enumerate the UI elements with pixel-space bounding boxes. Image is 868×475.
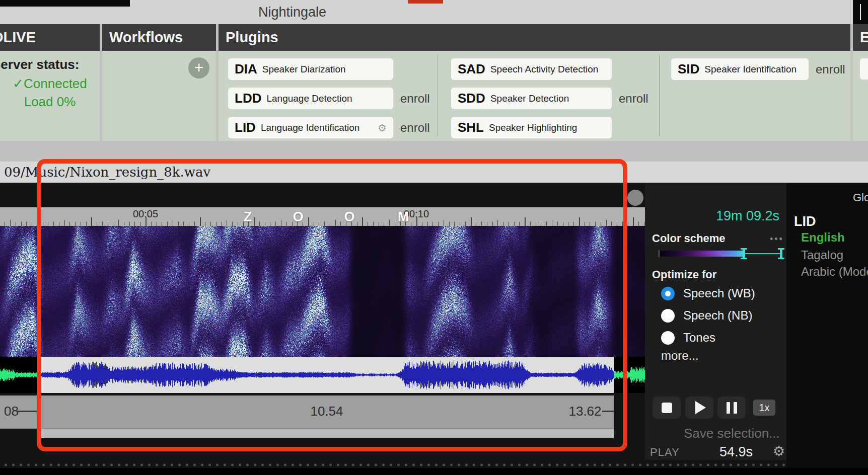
tab-workflows[interactable]: Workflows (102, 24, 216, 51)
tab-enrollment-cut[interactable]: E (853, 24, 868, 51)
stop-button[interactable] (653, 397, 681, 419)
selection-left-dash (17, 411, 41, 412)
plugin-row: SHL Speaker Highlighting (451, 117, 648, 138)
ruler-tick (200, 217, 201, 226)
ruler-tick (557, 222, 558, 226)
language-item-tagalog[interactable]: Tagalog (801, 248, 843, 262)
waveform-canvas[interactable] (0, 357, 645, 393)
plugin-row: SAD Speech Activity Detection (451, 58, 648, 80)
ruler-tick (108, 222, 108, 226)
enroll-link[interactable]: enroll (816, 62, 845, 76)
ruler-tick (611, 222, 612, 226)
slider-grip-left[interactable] (743, 248, 745, 259)
ruler-tick (438, 222, 439, 226)
ruler-tick (330, 222, 330, 226)
ruler-tick (324, 222, 325, 226)
radio-label: Speech (WB) (683, 286, 755, 300)
ruler-tick (579, 217, 580, 226)
ruler-tick (449, 222, 450, 226)
ruler-tick (53, 222, 54, 226)
ruler-tick (270, 222, 270, 226)
enroll-link[interactable]: enroll (400, 121, 430, 135)
ruler-tick (194, 222, 195, 226)
selection-start-time: 10.54 (310, 404, 343, 419)
radio-circle[interactable] (661, 287, 675, 300)
ruler-tick (601, 222, 601, 226)
file-path-bar: 09/Music/Nixon_resign_8k.wav (0, 162, 868, 183)
enroll-link[interactable]: enroll (619, 92, 648, 106)
gear-icon[interactable]: ⚙ (378, 122, 387, 134)
tab-plugins[interactable]: Plugins (219, 24, 850, 51)
ruler-tick (606, 220, 607, 226)
selection-scroll-strip[interactable] (41, 429, 614, 438)
save-selection-button[interactable]: Save selection... (684, 426, 780, 441)
settings-gear-icon[interactable]: ⚙ (773, 443, 785, 459)
ruler-tick (183, 222, 184, 226)
plugins-column-1: DIA Speaker Diarization LDD Language Det… (228, 58, 430, 138)
timeline-ruler[interactable]: 00:0500:10ZOOM (0, 207, 645, 226)
plugin-lid-button[interactable]: LID Language Identification ⚙ (228, 117, 393, 138)
plugin-sdd-button[interactable]: SDD Speaker Detection (451, 88, 612, 109)
plugin-row: SDD Speaker Detection enroll (451, 88, 648, 109)
slider-grip-right[interactable] (780, 248, 782, 259)
plugin-sad-button[interactable]: SAD Speech Activity Detection (451, 58, 612, 80)
ruler-tick (530, 222, 531, 226)
plugins-divider (438, 55, 438, 136)
play-status-label: PLAY (650, 446, 680, 459)
plugin-name: Speaker Highlighting (489, 122, 577, 133)
ruler-tick (205, 222, 205, 226)
ruler-tick (178, 222, 179, 226)
ruler-tick (265, 222, 265, 226)
spectrogram-canvas[interactable] (0, 226, 645, 357)
language-item-english[interactable]: English (801, 230, 845, 245)
workflows-panel: + (102, 51, 216, 141)
color-scheme-slider[interactable] (660, 248, 786, 259)
pause-button[interactable] (717, 397, 746, 419)
radio-speech-wb[interactable]: Speech (WB) (661, 286, 755, 300)
plugin-name: Language Detection (266, 93, 352, 104)
ruler-tick (536, 222, 536, 226)
tab-enrollment-label: E (860, 29, 868, 45)
ruler-tick (362, 217, 363, 226)
language-item-arabic[interactable]: Arabic (Mode (801, 265, 868, 279)
ruler-tick (157, 222, 157, 226)
playback-speed-button[interactable]: 1x (753, 400, 775, 416)
ruler-tick (573, 222, 574, 226)
ruler-tick (319, 222, 319, 226)
ruler-tick (281, 220, 281, 226)
plugin-sid-button[interactable]: SID Speaker Identification (671, 58, 809, 80)
plugin-name: Speaker Diarization (262, 64, 346, 75)
plugin-button-cut[interactable] (860, 58, 868, 80)
panel-handle[interactable] (627, 190, 643, 206)
radio-speech-nb[interactable]: Speech (NB) (661, 308, 752, 323)
server-status-panel: Server status: ✓Connected Load 0% (0, 51, 100, 141)
titlebar-red-artifact (408, 0, 443, 4)
ruler-tick (628, 222, 628, 226)
ruler-tick (622, 222, 623, 226)
ruler-tick (384, 222, 384, 226)
tab-olive-label: OLIVE (0, 24, 36, 51)
app-title: Nightingale (258, 5, 326, 20)
ruler-tick (497, 220, 498, 226)
selection-overview-bar[interactable]: 08 10.54 13.62 (0, 395, 614, 429)
tab-olive[interactable]: OLIVE (0, 24, 100, 51)
play-button[interactable] (685, 397, 713, 419)
radio-circle[interactable] (661, 309, 675, 323)
radio-tones[interactable]: Tones (661, 331, 715, 345)
plugin-row: DIA Speaker Diarization (228, 58, 430, 80)
radio-circle[interactable] (661, 331, 675, 345)
plugin-shl-button[interactable]: SHL Speaker Highlighting (451, 117, 612, 138)
ruler-tick (26, 222, 27, 226)
tab-plugins-label: Plugins (226, 29, 278, 45)
add-workflow-button[interactable]: + (188, 57, 209, 78)
plugin-name: Speaker Detection (490, 93, 569, 104)
plugin-ldd-button[interactable]: LDD Language Detection (228, 88, 393, 109)
color-scheme-menu-icon[interactable]: ••• (770, 234, 784, 245)
server-status-value: ✓Connected (0, 76, 100, 92)
more-link[interactable]: more... (661, 349, 699, 363)
titlebar-black-left (0, 0, 130, 7)
enroll-link[interactable]: enroll (400, 92, 430, 106)
ruler-tick (124, 222, 124, 226)
plugin-dia-button[interactable]: DIA Speaker Diarization (228, 58, 393, 80)
ruler-tick (519, 222, 520, 226)
